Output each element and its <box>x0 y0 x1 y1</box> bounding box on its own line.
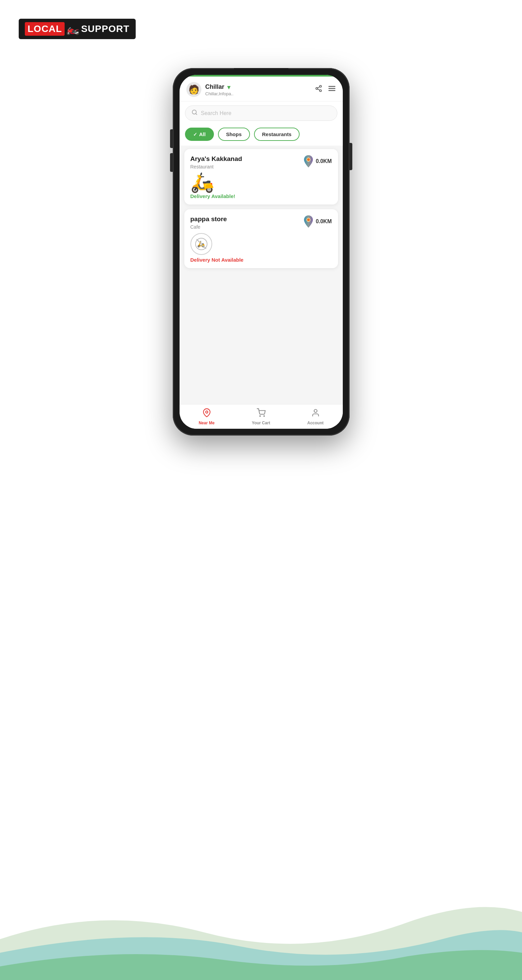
svg-line-3 <box>317 89 319 90</box>
map-pin-icon-2 <box>303 215 314 228</box>
logo-red-text: LOCAL <box>25 22 65 36</box>
cart-icon <box>257 408 266 419</box>
store-name-2: pappa store <box>190 215 227 223</box>
svg-point-20 <box>314 409 317 412</box>
store-card-1[interactable]: Arya's Kakkanad Restaurant <box>184 149 338 205</box>
search-icon <box>192 109 198 117</box>
delivery-status-1: Delivery Available! <box>190 193 235 199</box>
phone-notch <box>234 68 289 74</box>
account-label: Account <box>308 421 324 425</box>
filter-shops-label: Shops <box>226 131 242 137</box>
chevron-down-icon: ▾ <box>227 83 230 91</box>
delivery-section-2: 🛵 Delivery Not Available <box>190 233 332 263</box>
phone-frame: 🧑 Chillar ▾ Chillar,Infopa.. <box>173 68 350 436</box>
header-actions <box>315 84 336 95</box>
store-info-2: pappa store Cafe <box>190 215 227 230</box>
store-distance-2: 0.0KM <box>303 215 332 228</box>
app-header: 🧑 Chillar ▾ Chillar,Infopa.. <box>179 76 343 102</box>
delivery-scooter-icon: 🛵 <box>190 173 214 192</box>
store-list: Arya's Kakkanad Restaurant <box>179 146 343 404</box>
logo-container: LOCAL 🏍️ SUPPORT <box>19 19 136 39</box>
search-placeholder: Search Here <box>201 110 232 116</box>
map-pin-icon-1 <box>303 155 314 167</box>
search-bar[interactable]: Search Here <box>185 105 337 121</box>
store-type-1: Restaurant <box>190 164 242 169</box>
svg-line-9 <box>195 113 197 115</box>
phone-button-power <box>350 143 352 170</box>
store-distance-1: 0.0KM <box>303 155 332 167</box>
share-icon[interactable] <box>315 85 322 94</box>
filter-all-label: All <box>199 131 206 137</box>
store-info-1: Arya's Kakkanad Restaurant <box>190 155 242 169</box>
near-me-label: Near Me <box>198 421 214 425</box>
nav-near-me[interactable]: Near Me <box>179 404 234 429</box>
store-name-1: Arya's Kakkanad <box>190 155 242 163</box>
account-icon <box>311 408 320 419</box>
menu-icon[interactable] <box>328 84 336 95</box>
distance-value-1: 0.0KM <box>316 158 332 164</box>
filter-restaurants-label: Restaurants <box>262 131 292 137</box>
near-me-icon <box>202 408 211 419</box>
delivery-section-1: 🛵 Delivery Available! <box>190 173 332 199</box>
logo-white-text: SUPPORT <box>81 24 129 34</box>
svg-line-4 <box>317 87 319 88</box>
header-city: Chillar <box>205 83 224 91</box>
filter-shops-button[interactable]: Shops <box>218 127 250 141</box>
filter-tabs: ✓ All Shops Restaurants <box>179 125 343 146</box>
phone-button-vol-up <box>170 129 173 148</box>
filter-all-button[interactable]: ✓ All <box>185 127 214 141</box>
store-type-2: Cafe <box>190 224 227 230</box>
logo-box: LOCAL 🏍️ SUPPORT <box>19 19 136 39</box>
delivery-status-2: Delivery Not Available <box>190 257 243 263</box>
nav-account[interactable]: Account <box>289 404 343 429</box>
phone-button-vol-down <box>170 153 173 172</box>
user-avatar: 🧑 <box>186 82 202 97</box>
store-card-header-2: pappa store Cafe <box>190 215 332 230</box>
your-cart-label: Your Cart <box>252 421 270 425</box>
svg-point-18 <box>259 415 260 416</box>
bottom-nav: Near Me Your Cart Accoun <box>179 404 343 429</box>
header-location[interactable]: Chillar ▾ Chillar,Infopa.. <box>205 83 311 96</box>
check-icon: ✓ <box>193 132 197 137</box>
header-address: Chillar,Infopa.. <box>205 91 311 96</box>
distance-value-2: 0.0KM <box>316 218 332 224</box>
nav-your-cart[interactable]: Your Cart <box>234 404 289 429</box>
store-card-2[interactable]: pappa store Cafe <box>184 209 338 268</box>
search-container: Search Here <box>179 102 343 125</box>
phone-screen: 🧑 Chillar ▾ Chillar,Infopa.. <box>179 75 343 429</box>
svg-point-19 <box>263 415 264 416</box>
store-card-header-1: Arya's Kakkanad Restaurant <box>190 155 332 169</box>
filter-restaurants-button[interactable]: Restaurants <box>254 127 300 141</box>
svg-point-17 <box>205 411 208 413</box>
no-delivery-icon: 🛵 <box>190 233 212 255</box>
